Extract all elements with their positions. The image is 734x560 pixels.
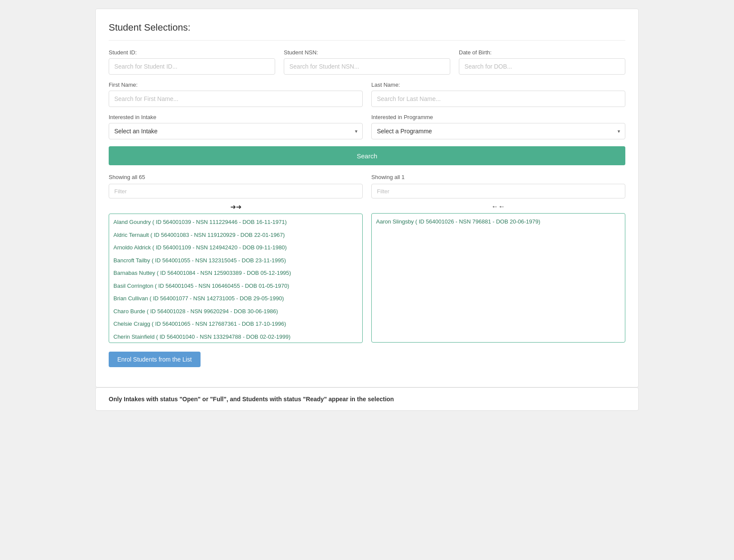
intake-select-wrapper: Select an Intake bbox=[109, 123, 363, 139]
move-left-arrows-icon: ←← bbox=[492, 203, 505, 211]
student-id-input[interactable] bbox=[109, 58, 275, 75]
student-id-group: Student ID: bbox=[109, 49, 275, 75]
page-title: Student Selections: bbox=[109, 22, 625, 41]
list-item[interactable]: Aldric Ternault ( ID 564001083 - NSN 119… bbox=[109, 229, 362, 242]
list-item[interactable]: Charo Burde ( ID 564001028 - NSN 9962029… bbox=[109, 305, 362, 318]
last-name-label: Last Name: bbox=[371, 82, 625, 88]
left-panel-count: Showing all 65 bbox=[109, 174, 363, 180]
student-id-label: Student ID: bbox=[109, 49, 275, 56]
form-row-3: Interested in Intake Select an Intake In… bbox=[109, 114, 625, 139]
list-item[interactable]: Basil Corrington ( ID 564001045 - NSN 10… bbox=[109, 280, 362, 293]
right-panel-count: Showing all 1 bbox=[371, 174, 625, 180]
right-panel: Showing all 1 ←← Aaron Slingsby ( ID 564… bbox=[371, 174, 625, 343]
main-card: Student Selections: Student ID: Student … bbox=[95, 9, 639, 387]
enrol-button[interactable]: Enrol Students from the List bbox=[109, 352, 201, 367]
programme-select[interactable]: Select a Programme bbox=[371, 123, 625, 139]
dob-label: Date of Birth: bbox=[459, 49, 625, 56]
list-item[interactable]: Barnabas Nuttey ( ID 564001084 - NSN 125… bbox=[109, 267, 362, 280]
right-list-box[interactable]: Aaron Slingsby ( ID 564001026 - NSN 7968… bbox=[371, 213, 625, 343]
search-button[interactable]: Search bbox=[109, 146, 625, 165]
list-item[interactable]: Chelsie Craigg ( ID 564001065 - NSN 1276… bbox=[109, 318, 362, 330]
left-transfer-arrows[interactable]: ➜➜ bbox=[109, 200, 363, 214]
last-name-input[interactable] bbox=[371, 91, 625, 107]
student-nsn-input[interactable] bbox=[284, 58, 450, 75]
left-panel: Showing all 65 ➜➜ Aland Goundry ( ID 564… bbox=[109, 174, 363, 343]
programme-label: Interested in Programme bbox=[371, 114, 625, 120]
student-nsn-group: Student NSN: bbox=[284, 49, 450, 75]
list-item[interactable]: Arnoldo Aldrick ( ID 564001109 - NSN 124… bbox=[109, 241, 362, 254]
right-transfer-arrows[interactable]: ←← bbox=[371, 200, 625, 213]
programme-group: Interested in Programme Select a Program… bbox=[371, 114, 625, 139]
intake-label: Interested in Intake bbox=[109, 114, 363, 120]
left-filter-input[interactable] bbox=[109, 184, 363, 198]
student-nsn-label: Student NSN: bbox=[284, 49, 450, 56]
list-item[interactable]: Aaron Slingsby ( ID 564001026 - NSN 7968… bbox=[372, 215, 625, 228]
move-right-arrows-icon: ➜➜ bbox=[230, 203, 242, 211]
form-row-2: First Name: Last Name: bbox=[109, 82, 625, 107]
dob-group: Date of Birth: bbox=[459, 49, 625, 75]
list-item[interactable]: Aland Goundry ( ID 564001039 - NSN 11122… bbox=[109, 216, 362, 229]
intake-select[interactable]: Select an Intake bbox=[109, 123, 363, 139]
dob-input[interactable] bbox=[459, 58, 625, 75]
footer-note-text: Only Intakes with status "Open" or "Full… bbox=[109, 396, 394, 403]
first-name-group: First Name: bbox=[109, 82, 363, 107]
form-section: Student ID: Student NSN: Date of Birth: … bbox=[109, 49, 625, 387]
first-name-input[interactable] bbox=[109, 91, 363, 107]
list-item[interactable]: Brian Cullivan ( ID 564001077 - NSN 1427… bbox=[109, 292, 362, 305]
list-item[interactable]: Bancroft Tailby ( ID 564001055 - NSN 132… bbox=[109, 254, 362, 267]
footer-note: Only Intakes with status "Open" or "Full… bbox=[95, 387, 639, 411]
list-item[interactable]: Cherin Stainfield ( ID 564001040 - NSN 1… bbox=[109, 330, 362, 343]
programme-select-wrapper: Select a Programme bbox=[371, 123, 625, 139]
first-name-label: First Name: bbox=[109, 82, 363, 88]
left-list-box[interactable]: Aland Goundry ( ID 564001039 - NSN 11122… bbox=[109, 214, 363, 343]
right-filter-input[interactable] bbox=[371, 184, 625, 198]
form-row-1: Student ID: Student NSN: Date of Birth: bbox=[109, 49, 625, 75]
last-name-group: Last Name: bbox=[371, 82, 625, 107]
intake-group: Interested in Intake Select an Intake bbox=[109, 114, 363, 139]
lists-section: Showing all 65 ➜➜ Aland Goundry ( ID 564… bbox=[109, 174, 625, 343]
